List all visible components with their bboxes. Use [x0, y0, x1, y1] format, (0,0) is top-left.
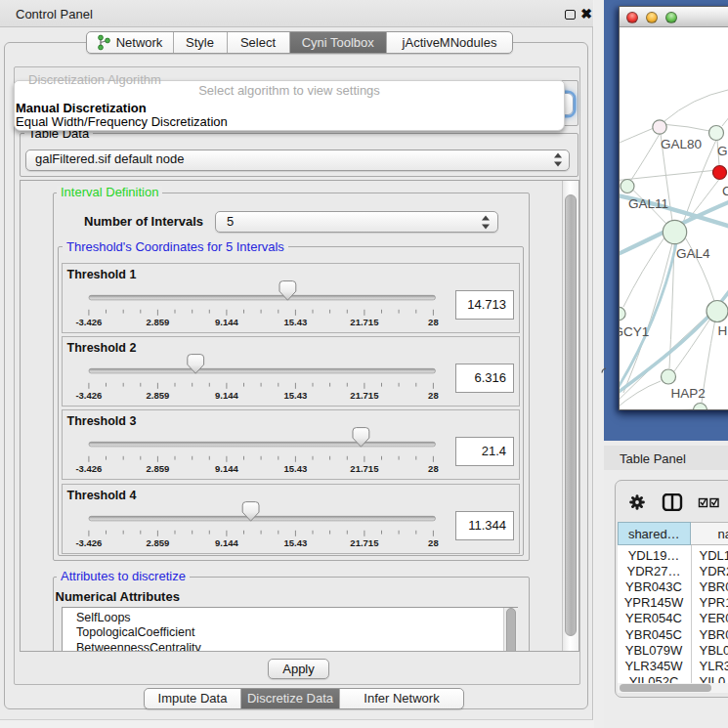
svg-text:2.859: 2.859	[147, 463, 170, 474]
svg-text:GAL4: GAL4	[676, 246, 710, 261]
svg-text:2.859: 2.859	[147, 317, 170, 327]
svg-text:15.43: 15.43	[284, 536, 308, 547]
svg-text:28: 28	[428, 390, 439, 401]
svg-text:21.715: 21.715	[350, 390, 379, 401]
svg-text:GAL80: GAL80	[661, 137, 702, 151]
svg-text:21.715: 21.715	[350, 536, 379, 547]
svg-text:9.144: 9.144	[215, 536, 238, 547]
svg-text:H: H	[718, 323, 728, 338]
svg-text:G.: G.	[717, 144, 728, 158]
svg-text:15.43: 15.43	[284, 390, 308, 401]
svg-text:GAL11: GAL11	[628, 196, 668, 211]
svg-text:2.859: 2.859	[147, 390, 170, 401]
svg-text:15.43: 15.43	[284, 463, 308, 474]
svg-text:9.144: 9.144	[215, 463, 238, 474]
svg-text:GCY1: GCY1	[620, 324, 649, 339]
svg-text:15.43: 15.43	[284, 317, 308, 327]
svg-text:-3.426: -3.426	[75, 536, 102, 547]
svg-text:28: 28	[428, 463, 439, 474]
svg-text:9.144: 9.144	[215, 390, 238, 401]
svg-text:-3.426: -3.426	[75, 317, 102, 327]
svg-text:C: C	[722, 184, 728, 198]
svg-text:9.144: 9.144	[215, 317, 238, 327]
svg-text:HAP2: HAP2	[671, 386, 706, 401]
svg-text:28: 28	[428, 536, 439, 547]
svg-text:2.859: 2.859	[147, 536, 170, 547]
svg-text:-3.426: -3.426	[75, 463, 102, 474]
svg-text:21.715: 21.715	[350, 463, 379, 474]
svg-text:21.715: 21.715	[350, 317, 379, 327]
svg-text:28: 28	[428, 317, 439, 327]
svg-text:-3.426: -3.426	[75, 390, 102, 401]
